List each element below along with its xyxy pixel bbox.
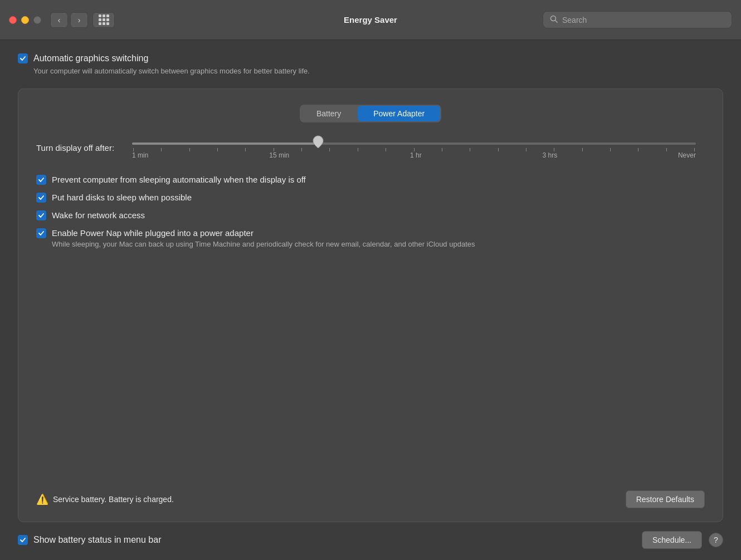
close-button[interactable] bbox=[9, 16, 17, 24]
forward-icon: › bbox=[78, 16, 81, 24]
tab-power-adapter[interactable]: Power Adapter bbox=[358, 106, 440, 121]
battery-warning: ⚠️ Service battery. Battery is charged. bbox=[36, 493, 174, 505]
power-nap-checkbox[interactable] bbox=[36, 228, 46, 238]
minimize-button[interactable] bbox=[21, 16, 29, 24]
back-icon: ‹ bbox=[58, 16, 61, 24]
slider-track[interactable] bbox=[132, 143, 696, 145]
auto-graphics-checkbox[interactable] bbox=[18, 53, 28, 63]
help-button[interactable]: ? bbox=[709, 533, 723, 547]
wake-network-label: Wake for network access bbox=[52, 210, 145, 220]
restore-defaults-button[interactable]: Restore Defaults bbox=[626, 490, 705, 508]
battery-warning-text: Service battery. Battery is charged. bbox=[53, 495, 174, 504]
hard-disks-row: Put hard disks to sleep when possible bbox=[36, 193, 705, 203]
slider-label-1min: 1 min bbox=[132, 151, 148, 159]
display-sleep-section: Turn display off after: bbox=[36, 143, 705, 159]
power-nap-text: Enable Power Nap while plugged into a po… bbox=[52, 228, 475, 248]
auto-graphics-label: Automatic graphics switching bbox=[33, 53, 148, 63]
slider-label-15min: 15 min bbox=[269, 151, 289, 159]
warning-icon: ⚠️ bbox=[36, 493, 48, 505]
show-battery-row: Show battery status in menu bar bbox=[18, 535, 161, 545]
auto-graphics-row: Automatic graphics switching bbox=[18, 53, 723, 63]
search-input[interactable] bbox=[562, 16, 725, 24]
slider-label-3hrs: 3 hrs bbox=[542, 151, 557, 159]
main-content: Automatic graphics switching Your comput… bbox=[0, 40, 741, 560]
tabs-container: Battery Power Adapter bbox=[36, 105, 705, 122]
maximize-button[interactable] bbox=[33, 16, 41, 24]
grid-button[interactable] bbox=[92, 12, 115, 28]
search-icon bbox=[550, 15, 558, 24]
power-nap-description: While sleeping, your Mac can back up usi… bbox=[52, 240, 475, 248]
title-bar: ‹ › Energy Saver bbox=[0, 0, 741, 40]
power-nap-label: Enable Power Nap while plugged into a po… bbox=[52, 228, 475, 238]
tabs: Battery Power Adapter bbox=[300, 105, 441, 122]
traffic-lights bbox=[9, 16, 41, 24]
hard-disks-label: Put hard disks to sleep when possible bbox=[52, 193, 192, 202]
wake-network-row: Wake for network access bbox=[36, 210, 705, 220]
back-button[interactable]: ‹ bbox=[50, 12, 68, 28]
auto-graphics-section: Automatic graphics switching Your comput… bbox=[18, 53, 723, 75]
tab-power-adapter-label: Power Adapter bbox=[373, 109, 425, 118]
energy-saver-panel: Battery Power Adapter Turn display off a… bbox=[18, 89, 723, 522]
hard-disks-text: Put hard disks to sleep when possible bbox=[52, 193, 192, 202]
forward-button[interactable]: › bbox=[70, 12, 88, 28]
tab-battery-label: Battery bbox=[316, 109, 341, 118]
grid-icon bbox=[99, 14, 109, 25]
footer-right: Schedule... ? bbox=[642, 531, 723, 549]
search-box[interactable] bbox=[543, 11, 732, 28]
slider-label-1hr: 1 hr bbox=[410, 151, 422, 159]
wake-network-checkbox[interactable] bbox=[36, 210, 46, 220]
prevent-sleep-label: Prevent computer from sleeping automatic… bbox=[52, 175, 306, 184]
slider-labels: 1 min 15 min 1 hr 3 hrs Never bbox=[132, 151, 696, 159]
prevent-sleep-row: Prevent computer from sleeping automatic… bbox=[36, 175, 705, 185]
svg-line-1 bbox=[555, 21, 558, 23]
hard-disks-checkbox[interactable] bbox=[36, 193, 46, 203]
wake-network-text: Wake for network access bbox=[52, 210, 145, 220]
show-battery-checkbox[interactable] bbox=[18, 535, 28, 545]
window-title: Energy Saver bbox=[344, 15, 397, 24]
power-nap-row: Enable Power Nap while plugged into a po… bbox=[36, 228, 705, 248]
auto-graphics-description: Your computer will automatically switch … bbox=[33, 67, 723, 75]
tab-battery[interactable]: Battery bbox=[301, 106, 357, 121]
nav-buttons: ‹ › bbox=[50, 12, 88, 28]
footer: Show battery status in menu bar Schedule… bbox=[18, 522, 723, 549]
prevent-sleep-text: Prevent computer from sleeping automatic… bbox=[52, 175, 306, 184]
slider-fill bbox=[132, 143, 318, 145]
slider-thumb[interactable] bbox=[311, 135, 325, 150]
panel-checkboxes: Prevent computer from sleeping automatic… bbox=[36, 175, 705, 248]
schedule-button[interactable]: Schedule... bbox=[642, 531, 702, 549]
slider-label-never: Never bbox=[678, 151, 696, 159]
prevent-sleep-checkbox[interactable] bbox=[36, 175, 46, 185]
slider-label: Turn display off after: bbox=[36, 143, 114, 153]
panel-bottom: ⚠️ Service battery. Battery is charged. … bbox=[36, 490, 705, 508]
slider-thumb-wrap bbox=[311, 135, 325, 150]
show-battery-label: Show battery status in menu bar bbox=[33, 535, 161, 545]
